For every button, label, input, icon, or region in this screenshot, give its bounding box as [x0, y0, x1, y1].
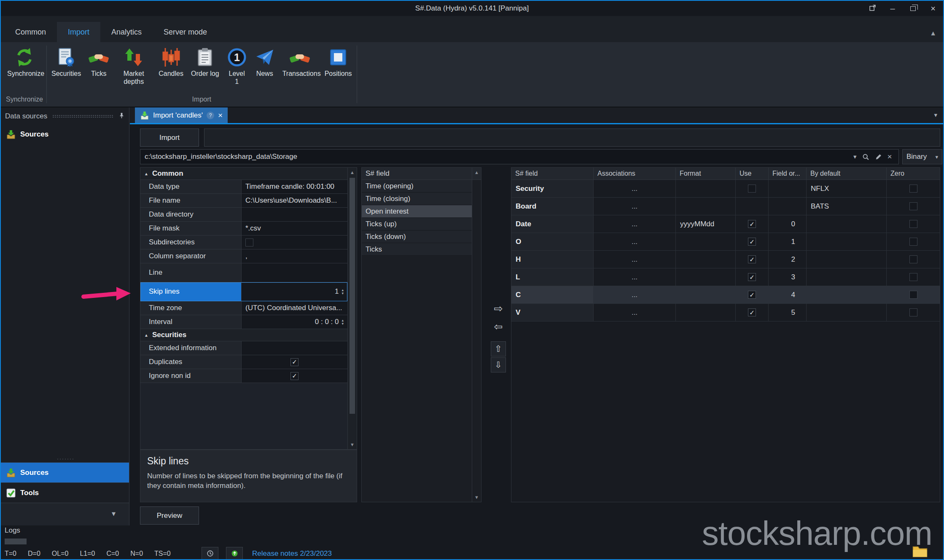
import-button[interactable]: Import	[140, 129, 199, 147]
chevron-down-icon[interactable]: ▾	[853, 153, 857, 161]
associations-cell[interactable]: ...	[594, 198, 676, 215]
associations-cell[interactable]: ...	[594, 180, 676, 197]
move-right-button[interactable]: ⇨	[491, 301, 506, 316]
prop-row-file-name[interactable]: File name C:\Users\use\Downloads\B...	[140, 194, 347, 208]
updates-button[interactable]	[226, 547, 243, 560]
default-cell[interactable]: BATS	[807, 198, 887, 215]
associations-cell[interactable]: ...	[594, 304, 676, 321]
prop-row-column-separator[interactable]: Column separator ,	[140, 249, 347, 263]
zero-checkbox[interactable]: ✓	[909, 255, 917, 263]
format-cell[interactable]	[676, 180, 736, 197]
prop-value[interactable]	[242, 341, 347, 355]
doc-tab-import-candles[interactable]: Import 'candles' ? ×	[135, 107, 228, 123]
mapping-row-o[interactable]: O ... ✓ 1 ✓	[511, 233, 940, 251]
drag-grip[interactable]	[52, 115, 113, 118]
mapping-header-by-default[interactable]: By default	[807, 168, 887, 180]
move-up-button[interactable]: ⇧	[491, 341, 506, 356]
scrollbar-thumb[interactable]	[350, 178, 355, 414]
market-depths-button[interactable]: Market depths	[113, 46, 155, 87]
mapping-header-field-order[interactable]: Field or...	[769, 168, 807, 180]
move-down-button[interactable]: ⇩	[491, 357, 506, 372]
order-cell[interactable]: 0	[769, 215, 807, 233]
zero-checkbox[interactable]: ✓	[909, 273, 917, 281]
securities-button[interactable]: Securities	[48, 46, 85, 79]
default-cell[interactable]	[807, 268, 887, 286]
default-cell[interactable]	[807, 304, 887, 321]
use-checkbox[interactable]: ✓	[748, 220, 756, 228]
path-input[interactable]	[140, 149, 899, 164]
format-cell[interactable]	[676, 304, 736, 321]
prop-value[interactable]: ,	[242, 249, 347, 263]
field-item-ticks-down[interactable]: Ticks (down)	[362, 230, 472, 243]
prop-row-skip-lines[interactable]: Skip lines 1 ▴▾	[140, 282, 347, 301]
duplicates-checkbox[interactable]: ✓	[290, 358, 299, 366]
pin-icon[interactable]	[118, 112, 125, 121]
zero-checkbox[interactable]: ✓	[909, 220, 917, 228]
splitter-handle[interactable]	[1, 456, 129, 462]
nav-item-sources[interactable]: Sources	[1, 462, 129, 482]
mapping-row-board[interactable]: Board ... BATS ✓	[511, 198, 940, 215]
fields-scrollbar[interactable]: ▲ ▼	[472, 168, 481, 502]
close-button[interactable]: ×	[923, 1, 943, 16]
zero-checkbox[interactable]: ✓	[909, 291, 917, 299]
prop-row-ignore-non-id[interactable]: Ignore non id ✓	[140, 369, 347, 383]
order-cell[interactable]: 5	[769, 304, 807, 321]
prop-row-extended-information[interactable]: Extended information	[140, 341, 347, 355]
format-cell[interactable]: yyyyMMdd	[676, 215, 736, 233]
associations-cell[interactable]: ...	[594, 215, 676, 233]
scrollbar-up-button[interactable]: ▲	[348, 168, 357, 177]
mapping-header-format[interactable]: Format	[676, 168, 736, 180]
use-checkbox[interactable]: ✓	[748, 273, 756, 281]
prop-value[interactable]: Timeframe candle: 00:01:00	[242, 180, 347, 193]
zero-checkbox[interactable]: ✓	[909, 185, 917, 193]
mapping-row-c[interactable]: C ... ✓ 4 ✓	[511, 286, 940, 304]
associations-cell[interactable]: ...	[594, 233, 676, 250]
ignore-non-id-checkbox[interactable]: ✓	[290, 372, 299, 380]
spinner-down-icon[interactable]: ▾	[342, 292, 344, 295]
ticks-button[interactable]: Ticks	[85, 46, 113, 79]
tab-common[interactable]: Common	[4, 22, 57, 42]
use-checkbox[interactable]: ✓	[748, 238, 756, 246]
order-log-button[interactable]: Order log	[187, 46, 223, 79]
popout-button[interactable]	[862, 1, 882, 16]
zero-checkbox[interactable]: ✓	[909, 238, 917, 246]
mapping-row-date[interactable]: Date ... yyyyMMdd ✓ 0 ✓	[511, 215, 940, 233]
positions-button[interactable]: Positions	[321, 46, 356, 79]
tab-analytics[interactable]: Analytics	[100, 22, 153, 42]
associations-cell[interactable]: ...	[594, 286, 676, 303]
tree-item-sources[interactable]: Sources	[1, 125, 129, 144]
help-icon[interactable]: ?	[207, 112, 214, 119]
format-cell[interactable]	[676, 233, 736, 250]
mapping-row-h[interactable]: H ... ✓ 2 ✓	[511, 251, 940, 268]
nav-options-bar[interactable]: ▾	[1, 503, 129, 525]
minimize-button[interactable]: –	[882, 1, 903, 16]
zero-checkbox[interactable]: ✓	[909, 202, 917, 210]
prop-value[interactable]: (UTC) Coordinated Universa...	[242, 301, 347, 315]
prop-row-data-directory[interactable]: Data directory	[140, 208, 347, 222]
preview-button[interactable]: Preview	[140, 506, 199, 525]
mapping-row-security[interactable]: Security ... ✓ NFLX ✓	[511, 180, 940, 198]
field-item-ticks-up[interactable]: Ticks (up)	[362, 218, 472, 230]
subdirectories-checkbox[interactable]: ✓	[245, 238, 253, 247]
prop-row-line[interactable]: Line	[140, 263, 347, 282]
associations-cell[interactable]: ...	[594, 268, 676, 286]
prop-row-interval[interactable]: Interval 0 : 0 : 0 ▴▾	[140, 315, 347, 329]
order-cell[interactable]	[769, 180, 807, 197]
field-item-open-interest[interactable]: Open interest	[362, 205, 472, 218]
close-icon[interactable]: ×	[218, 111, 223, 119]
use-checkbox[interactable]: ✓	[748, 255, 756, 263]
default-cell[interactable]: NFLX	[807, 180, 887, 197]
scrollbar-up-button[interactable]: ▲	[472, 168, 481, 177]
group-header-securities[interactable]: ▲ Securities	[140, 329, 347, 341]
skip-lines-value[interactable]: 1	[335, 287, 339, 296]
order-cell[interactable]	[769, 198, 807, 215]
level1-button[interactable]: 1 Level 1	[223, 46, 251, 87]
transactions-button[interactable]: Transactions	[279, 46, 321, 79]
prop-row-duplicates[interactable]: Duplicates ✓	[140, 355, 347, 369]
prop-value[interactable]	[242, 208, 347, 221]
prop-value[interactable]	[242, 263, 347, 282]
prop-value[interactable]: *.csv	[242, 222, 347, 235]
tab-list-button[interactable]: ▾	[934, 111, 937, 119]
format-cell[interactable]	[676, 268, 736, 286]
interval-value[interactable]: 0 : 0 : 0	[315, 318, 339, 326]
